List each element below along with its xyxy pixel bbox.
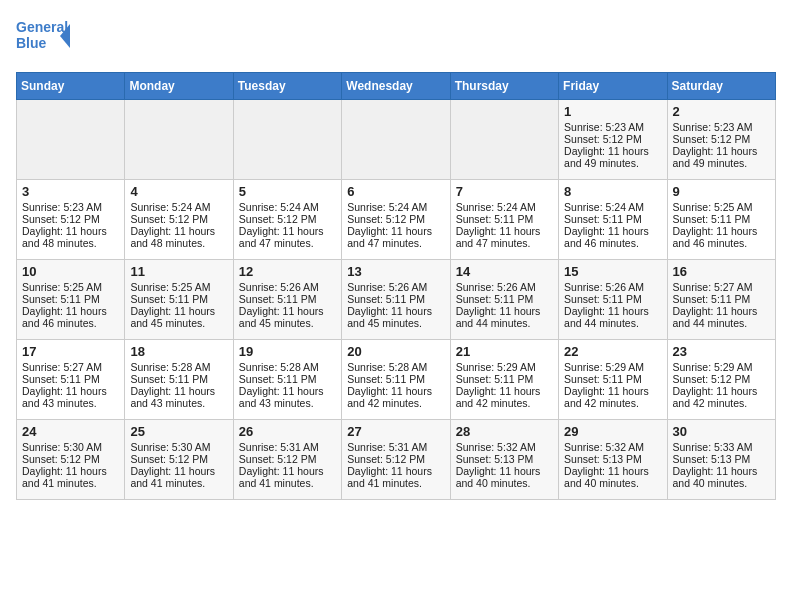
sunrise-text: Sunrise: 5:28 AM (130, 361, 227, 373)
calendar-cell: 28Sunrise: 5:32 AMSunset: 5:13 PMDayligh… (450, 420, 558, 500)
sunrise-text: Sunrise: 5:26 AM (564, 281, 661, 293)
sunset-text: Sunset: 5:11 PM (347, 373, 444, 385)
day-number: 26 (239, 424, 336, 439)
sunset-text: Sunset: 5:12 PM (673, 373, 770, 385)
sunrise-text: Sunrise: 5:29 AM (564, 361, 661, 373)
calendar-cell: 19Sunrise: 5:28 AMSunset: 5:11 PMDayligh… (233, 340, 341, 420)
sunrise-text: Sunrise: 5:26 AM (347, 281, 444, 293)
daylight-text: Daylight: 11 hours and 40 minutes. (564, 465, 661, 489)
daylight-text: Daylight: 11 hours and 49 minutes. (673, 145, 770, 169)
sunset-text: Sunset: 5:11 PM (673, 213, 770, 225)
daylight-text: Daylight: 11 hours and 43 minutes. (22, 385, 119, 409)
sunset-text: Sunset: 5:12 PM (564, 133, 661, 145)
sunrise-text: Sunrise: 5:23 AM (22, 201, 119, 213)
sunset-text: Sunset: 5:11 PM (456, 293, 553, 305)
sunrise-text: Sunrise: 5:24 AM (456, 201, 553, 213)
calendar-cell: 18Sunrise: 5:28 AMSunset: 5:11 PMDayligh… (125, 340, 233, 420)
calendar-cell: 23Sunrise: 5:29 AMSunset: 5:12 PMDayligh… (667, 340, 775, 420)
daylight-text: Daylight: 11 hours and 48 minutes. (130, 225, 227, 249)
sunset-text: Sunset: 5:11 PM (564, 373, 661, 385)
calendar-cell: 30Sunrise: 5:33 AMSunset: 5:13 PMDayligh… (667, 420, 775, 500)
day-number: 15 (564, 264, 661, 279)
calendar-week-5: 24Sunrise: 5:30 AMSunset: 5:12 PMDayligh… (17, 420, 776, 500)
calendar-cell: 15Sunrise: 5:26 AMSunset: 5:11 PMDayligh… (559, 260, 667, 340)
calendar-cell: 13Sunrise: 5:26 AMSunset: 5:11 PMDayligh… (342, 260, 450, 340)
calendar-cell: 1Sunrise: 5:23 AMSunset: 5:12 PMDaylight… (559, 100, 667, 180)
sunset-text: Sunset: 5:11 PM (22, 293, 119, 305)
daylight-text: Daylight: 11 hours and 42 minutes. (347, 385, 444, 409)
daylight-text: Daylight: 11 hours and 46 minutes. (673, 225, 770, 249)
calendar-cell: 3Sunrise: 5:23 AMSunset: 5:12 PMDaylight… (17, 180, 125, 260)
sunrise-text: Sunrise: 5:24 AM (239, 201, 336, 213)
header-saturday: Saturday (667, 73, 775, 100)
header-sunday: Sunday (17, 73, 125, 100)
sunrise-text: Sunrise: 5:26 AM (239, 281, 336, 293)
day-number: 14 (456, 264, 553, 279)
header-friday: Friday (559, 73, 667, 100)
daylight-text: Daylight: 11 hours and 49 minutes. (564, 145, 661, 169)
sunrise-text: Sunrise: 5:30 AM (130, 441, 227, 453)
sunset-text: Sunset: 5:11 PM (564, 213, 661, 225)
sunset-text: Sunset: 5:12 PM (239, 453, 336, 465)
daylight-text: Daylight: 11 hours and 44 minutes. (673, 305, 770, 329)
day-number: 3 (22, 184, 119, 199)
sunrise-text: Sunrise: 5:27 AM (673, 281, 770, 293)
sunrise-text: Sunrise: 5:27 AM (22, 361, 119, 373)
sunset-text: Sunset: 5:12 PM (22, 453, 119, 465)
day-number: 13 (347, 264, 444, 279)
calendar-header-row: SundayMondayTuesdayWednesdayThursdayFrid… (17, 73, 776, 100)
calendar-cell (342, 100, 450, 180)
day-number: 5 (239, 184, 336, 199)
calendar-cell (125, 100, 233, 180)
sunrise-text: Sunrise: 5:32 AM (456, 441, 553, 453)
calendar-cell (233, 100, 341, 180)
daylight-text: Daylight: 11 hours and 41 minutes. (239, 465, 336, 489)
day-number: 10 (22, 264, 119, 279)
day-number: 21 (456, 344, 553, 359)
sunrise-text: Sunrise: 5:24 AM (130, 201, 227, 213)
header-monday: Monday (125, 73, 233, 100)
day-number: 20 (347, 344, 444, 359)
sunset-text: Sunset: 5:12 PM (673, 133, 770, 145)
daylight-text: Daylight: 11 hours and 46 minutes. (564, 225, 661, 249)
sunset-text: Sunset: 5:11 PM (130, 293, 227, 305)
daylight-text: Daylight: 11 hours and 43 minutes. (130, 385, 227, 409)
daylight-text: Daylight: 11 hours and 44 minutes. (564, 305, 661, 329)
sunset-text: Sunset: 5:11 PM (239, 293, 336, 305)
sunrise-text: Sunrise: 5:25 AM (130, 281, 227, 293)
day-number: 1 (564, 104, 661, 119)
daylight-text: Daylight: 11 hours and 40 minutes. (673, 465, 770, 489)
sunrise-text: Sunrise: 5:24 AM (347, 201, 444, 213)
sunrise-text: Sunrise: 5:28 AM (239, 361, 336, 373)
daylight-text: Daylight: 11 hours and 48 minutes. (22, 225, 119, 249)
sunrise-text: Sunrise: 5:24 AM (564, 201, 661, 213)
calendar-cell: 5Sunrise: 5:24 AMSunset: 5:12 PMDaylight… (233, 180, 341, 260)
calendar-cell: 10Sunrise: 5:25 AMSunset: 5:11 PMDayligh… (17, 260, 125, 340)
sunset-text: Sunset: 5:12 PM (130, 213, 227, 225)
sunrise-text: Sunrise: 5:26 AM (456, 281, 553, 293)
calendar-week-1: 1Sunrise: 5:23 AMSunset: 5:12 PMDaylight… (17, 100, 776, 180)
calendar-cell: 2Sunrise: 5:23 AMSunset: 5:12 PMDaylight… (667, 100, 775, 180)
sunrise-text: Sunrise: 5:23 AM (564, 121, 661, 133)
sunset-text: Sunset: 5:11 PM (564, 293, 661, 305)
calendar-cell: 22Sunrise: 5:29 AMSunset: 5:11 PMDayligh… (559, 340, 667, 420)
sunrise-text: Sunrise: 5:31 AM (347, 441, 444, 453)
svg-text:Blue: Blue (16, 35, 47, 51)
daylight-text: Daylight: 11 hours and 47 minutes. (239, 225, 336, 249)
calendar-cell: 21Sunrise: 5:29 AMSunset: 5:11 PMDayligh… (450, 340, 558, 420)
day-number: 30 (673, 424, 770, 439)
daylight-text: Daylight: 11 hours and 45 minutes. (239, 305, 336, 329)
sunset-text: Sunset: 5:12 PM (130, 453, 227, 465)
sunset-text: Sunset: 5:11 PM (456, 373, 553, 385)
calendar-cell (17, 100, 125, 180)
day-number: 25 (130, 424, 227, 439)
sunrise-text: Sunrise: 5:28 AM (347, 361, 444, 373)
calendar-cell: 27Sunrise: 5:31 AMSunset: 5:12 PMDayligh… (342, 420, 450, 500)
daylight-text: Daylight: 11 hours and 42 minutes. (673, 385, 770, 409)
sunrise-text: Sunrise: 5:30 AM (22, 441, 119, 453)
sunset-text: Sunset: 5:12 PM (347, 453, 444, 465)
sunset-text: Sunset: 5:13 PM (673, 453, 770, 465)
day-number: 6 (347, 184, 444, 199)
sunset-text: Sunset: 5:11 PM (456, 213, 553, 225)
calendar-cell: 24Sunrise: 5:30 AMSunset: 5:12 PMDayligh… (17, 420, 125, 500)
